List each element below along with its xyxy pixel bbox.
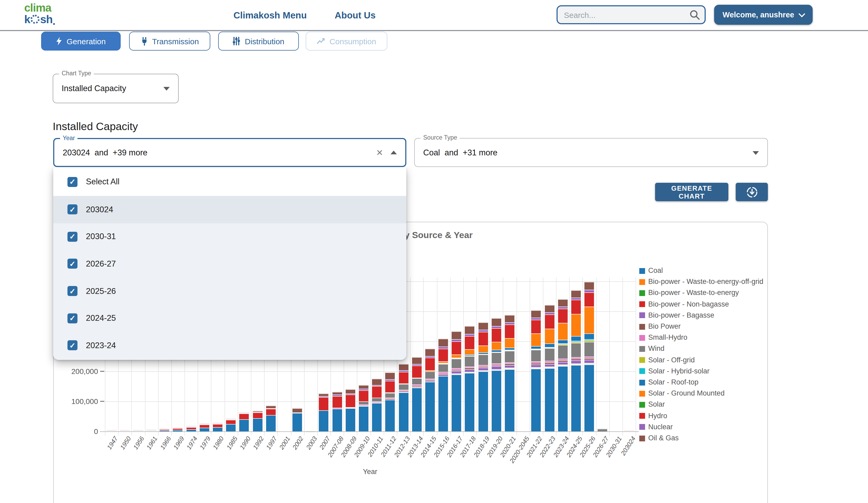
bar-segment-wind	[585, 342, 594, 357]
bar-1947[interactable]	[107, 431, 116, 431]
nav-climakosh-menu[interactable]: Climakosh Menu	[234, 10, 307, 21]
bar-2017-18[interactable]	[465, 326, 475, 431]
bar-segment-wind	[492, 352, 501, 364]
bar-1966[interactable]	[160, 429, 169, 431]
year-option-2024-25[interactable]: ✓2024-25	[53, 305, 406, 332]
download-chart-button[interactable]	[736, 183, 768, 201]
search-box[interactable]	[557, 5, 706, 24]
welcome-user-button[interactable]: Welcome, anushree	[714, 5, 813, 25]
chevron-down-icon[interactable]	[753, 151, 759, 155]
bar-2009-10[interactable]	[359, 385, 369, 431]
bar-2018-19[interactable]	[478, 322, 488, 431]
source-type-multiselect[interactable]: Source Type Coal and +31 more	[414, 138, 768, 167]
bar-2025-26[interactable]	[585, 282, 594, 431]
bar-2002[interactable]	[292, 408, 302, 431]
bar-2012-13[interactable]	[399, 364, 408, 431]
bar-2013-14[interactable]	[412, 357, 421, 431]
bar-1990[interactable]	[239, 412, 249, 431]
checkbox-checked-icon[interactable]: ✓	[68, 340, 78, 350]
bar-2016-17[interactable]	[452, 331, 462, 431]
bar-2014-15[interactable]	[425, 348, 435, 431]
bar-segment-oil-gas	[359, 385, 369, 389]
bar-2021-22[interactable]	[531, 310, 541, 431]
bar-2020-21[interactable]	[505, 315, 514, 431]
year-option-label: 2025-26	[86, 286, 116, 296]
climakosh-logo[interactable]: clima ksh	[24, 2, 54, 25]
year-value: 203024 and +39 more	[63, 148, 147, 157]
nav-about-us[interactable]: About Us	[335, 10, 376, 21]
bar-2015-16[interactable]	[438, 339, 448, 431]
year-option-2023-24[interactable]: ✓2023-24	[53, 332, 406, 359]
bar-segment-oil-gas	[531, 310, 541, 317]
bar-segment-nuclear	[545, 312, 554, 314]
bar-segment-nuclear	[425, 356, 435, 358]
bar-1956[interactable]	[133, 431, 143, 431]
bar-1992[interactable]	[253, 411, 262, 431]
bar-2010-11[interactable]	[372, 378, 382, 431]
chart-type-value: Installed Capacity	[62, 84, 126, 93]
bar-segment-hydro	[531, 320, 541, 334]
legend-swatch-hydro	[639, 413, 645, 419]
bar-segment-solar-ground-mounted	[492, 342, 501, 350]
bar-1961[interactable]	[146, 430, 156, 431]
bar-segment-coal	[346, 408, 355, 431]
bar-1969[interactable]	[173, 427, 183, 431]
gridline-v	[582, 277, 583, 436]
bar-segment-wind	[385, 393, 395, 398]
generate-chart-button[interactable]: GENERATE CHART	[655, 183, 728, 201]
share-side-tab[interactable]: SHARE	[0, 364, 1, 396]
bar-2019-20[interactable]	[492, 318, 501, 431]
chart-type-select[interactable]: Chart Type Installed Capacity	[53, 74, 179, 103]
bar-1979[interactable]	[200, 423, 209, 431]
year-multiselect[interactable]: Year 203024 and +39 more ✕	[53, 138, 406, 167]
bar-1950[interactable]	[120, 431, 130, 431]
bar-2022-23[interactable]	[545, 305, 554, 431]
checkbox-checked-icon[interactable]: ✓	[68, 259, 78, 269]
checkbox-checked-icon[interactable]: ✓	[68, 205, 78, 214]
gridline-v	[516, 277, 517, 436]
checkbox-checked-icon[interactable]: ✓	[68, 232, 78, 242]
checkbox-checked-icon[interactable]: ✓	[68, 177, 78, 187]
x-tick-label: 1985	[225, 435, 239, 451]
search-icon[interactable]	[689, 10, 700, 20]
legend-label: Solar - Hybrid-solar	[648, 367, 710, 375]
year-option-2025-26[interactable]: ✓2025-26	[53, 277, 406, 305]
bar-1997[interactable]	[266, 406, 276, 431]
bar-segment-hydro	[186, 427, 196, 429]
bar-segment-coal	[492, 370, 501, 431]
gridline-v	[530, 277, 530, 436]
bar-2026-27[interactable]	[598, 429, 607, 431]
year-option-2030-31[interactable]: ✓2030-31	[53, 223, 406, 250]
bar-2023-24[interactable]	[558, 299, 567, 431]
legend-swatch-bio-power-waste-to-energy	[639, 290, 645, 296]
y-tick-mark	[100, 371, 104, 372]
bar-1980[interactable]	[213, 423, 223, 431]
bar-segment-coal	[226, 424, 236, 431]
chevron-down-icon[interactable]	[163, 87, 170, 91]
bar-2011-12[interactable]	[385, 373, 395, 431]
clear-icon[interactable]: ✕	[376, 147, 383, 157]
tab-transmission[interactable]: Transmission	[129, 32, 210, 51]
bar-segment-hydro	[253, 412, 262, 418]
bar-segment-hydro	[346, 395, 355, 407]
bar-segment-solar-roof-top	[558, 340, 567, 343]
bar-segment-solar-roof-top	[505, 348, 514, 350]
bar-2024-25[interactable]	[571, 290, 581, 431]
bar-segment-solar-roof-top	[492, 350, 501, 352]
bar-1985[interactable]	[226, 418, 236, 431]
checkbox-checked-icon[interactable]: ✓	[68, 286, 78, 296]
bar-2007[interactable]	[319, 394, 329, 431]
bar-2008-09[interactable]	[346, 389, 355, 431]
tab-generation[interactable]: Generation	[41, 32, 121, 51]
checkbox-checked-icon[interactable]: ✓	[68, 313, 78, 323]
search-input[interactable]	[558, 10, 689, 19]
year-option-2026-27[interactable]: ✓2026-27	[53, 250, 406, 277]
bar-203024[interactable]	[624, 431, 634, 431]
year-option-203024[interactable]: ✓203024	[53, 196, 406, 223]
tab-distribution[interactable]: Distribution	[218, 32, 299, 51]
bar-2007-08[interactable]	[332, 391, 342, 431]
bar-1974[interactable]	[186, 426, 196, 431]
year-label: Year	[60, 135, 78, 141]
year-option-select-all[interactable]: ✓Select All	[53, 167, 406, 196]
chevron-up-icon[interactable]	[391, 150, 397, 154]
